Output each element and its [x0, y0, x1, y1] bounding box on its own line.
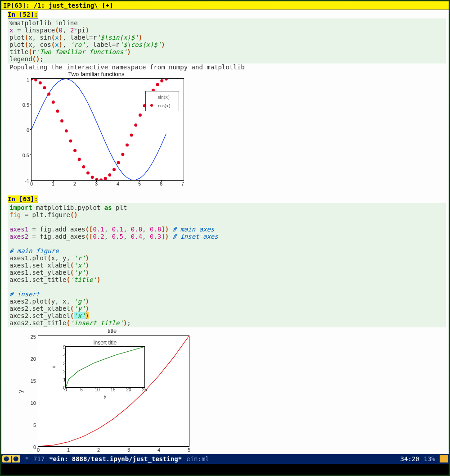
cell-prompt-52: In [52]:: [8, 11, 38, 18]
svg-point-2: [39, 81, 42, 84]
svg-point-7: [60, 119, 63, 122]
svg-point-24: [134, 123, 137, 127]
emacs-frame: IP[63]: /1: just_testing\ [+] In [52]: %…: [1, 1, 449, 475]
minibuffer[interactable]: [1, 464, 449, 475]
svg-point-14: [91, 176, 94, 179]
notebook-buffer[interactable]: In [52]: %matplotlib inline x = linspace…: [1, 10, 449, 454]
chart-main-with-inset: title 25 20 15 10 5 0 0 1 2 3 4 5 x: [13, 327, 191, 454]
svg-point-31: [165, 79, 168, 81]
svg-point-20: [117, 161, 120, 164]
svg-point-9: [69, 140, 72, 143]
svg-point-23: [130, 134, 133, 137]
svg-point-30: [160, 79, 163, 82]
chart1-axes: sin(x) cos(x) 1 0.5 0 -0.5 -1 0 1 2 3 4 …: [31, 78, 184, 181]
svg-point-5: [52, 100, 55, 104]
svg-point-1: [34, 79, 37, 82]
cell-prompt-63: In [63]:: [8, 195, 38, 203]
svg-point-11: [78, 158, 81, 161]
svg-point-29: [156, 83, 159, 86]
modeline-percent: 13%: [424, 455, 435, 462]
chart-two-familiar-functions: Two familiar functions sin(x) cos(x) 1 0…: [9, 71, 184, 190]
svg-point-4: [47, 93, 50, 96]
chart2-xlabel: x: [112, 453, 115, 454]
inset-ylabel: x: [50, 366, 57, 368]
chart1-title: Two familiar functions: [9, 71, 184, 78]
modeline-major-mode: ein:ml: [186, 455, 209, 462]
svg-point-0: [32, 79, 33, 81]
legend-cos: cos(x): [158, 102, 171, 109]
svg-point-19: [112, 168, 116, 171]
cell-52-output: Populating the interactive namespace fro…: [9, 63, 446, 71]
svg-point-21: [121, 153, 124, 156]
cell-63-code[interactable]: import matplotlib.pyplot as plt fig = pl…: [8, 203, 446, 327]
svg-point-25: [139, 113, 142, 117]
modeline-buffer-name: *ein: 8888/test.ipynb/just_testing*: [49, 455, 182, 462]
svg-point-12: [82, 165, 85, 168]
cell-52-code[interactable]: %matplotlib inline x = linspace(0, 2*pi)…: [8, 18, 446, 63]
chart2-inset: insert title 5 4 3 2 1 0 0 5 10 15 20 25: [65, 346, 145, 388]
modeline-indicator: ❷|❶: [2, 455, 20, 462]
text-cursor: ): [86, 312, 89, 319]
chart2-ylabel: y: [17, 390, 24, 393]
modeline-modified: *: [25, 455, 28, 462]
modeline-line: 717: [33, 455, 45, 462]
svg-point-13: [86, 171, 90, 174]
modeline[interactable]: ❷|❶ * 717 *ein: 8888/test.ipynb/just_tes…: [1, 454, 449, 464]
chart2-axes: 25 20 15 10 5 0 0 1 2 3 4 5 x y insert t…: [38, 335, 189, 447]
inset-xlabel: y: [104, 393, 107, 400]
svg-point-17: [104, 177, 107, 180]
svg-point-10: [73, 149, 76, 152]
svg-point-8: [65, 129, 68, 132]
svg-point-6: [56, 109, 59, 113]
modeline-end-indicator: [440, 455, 448, 462]
modeline-cursor-pos: 34:20: [400, 455, 419, 462]
svg-point-18: [108, 173, 111, 177]
chart1-legend: sin(x) cos(x): [145, 91, 179, 111]
svg-point-3: [43, 86, 46, 89]
legend-sin: sin(x): [158, 93, 170, 100]
chart2-title: title: [38, 327, 186, 335]
tab-title[interactable]: IP[63]: /1: just_testing\ [+]: [1, 1, 449, 10]
chart2-inset-title: insert title: [66, 339, 144, 346]
svg-point-22: [126, 144, 129, 147]
